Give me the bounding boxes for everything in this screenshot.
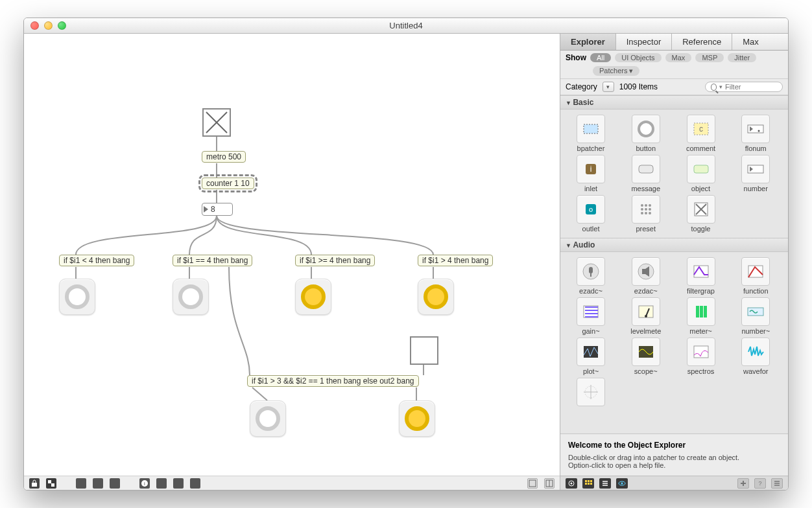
tab-explorer[interactable]: Explorer: [560, 34, 616, 50]
item-comment[interactable]: ccomment: [675, 115, 728, 152]
filter-uiobjects[interactable]: UI Objects: [615, 53, 661, 62]
tab-inspector[interactable]: Inspector: [616, 34, 672, 50]
filter-patchers[interactable]: Patchers: [593, 66, 639, 76]
svg-text:i: i: [590, 165, 592, 174]
search-input[interactable]: [725, 83, 777, 91]
svg-rect-38: [589, 267, 593, 273]
svg-rect-3: [48, 480, 51, 483]
bang-combo-out1[interactable]: [250, 400, 286, 437]
search-field[interactable]: ▾: [705, 82, 783, 92]
if-lt4-object[interactable]: if $i1 < 4 then bang: [59, 255, 134, 266]
bang-lt4[interactable]: [59, 279, 95, 315]
plus-icon[interactable]: [737, 478, 749, 489]
item-inlet[interactable]: iinlet: [564, 155, 617, 192]
bang-gt4[interactable]: [418, 279, 454, 315]
item-extra[interactable]: [564, 378, 617, 408]
svg-point-33: [649, 212, 651, 214]
svg-rect-58: [694, 346, 708, 358]
item-plot[interactable]: plot~: [564, 338, 617, 375]
filter-msp[interactable]: MSP: [695, 53, 724, 62]
presentation-icon[interactable]: [46, 478, 56, 489]
item-waveform[interactable]: wavefor: [729, 338, 782, 375]
svg-point-63: [571, 482, 573, 484]
svg-rect-10: [584, 124, 598, 133]
filter-all[interactable]: All: [590, 53, 611, 62]
section-audio[interactable]: Audio: [560, 238, 788, 252]
number-value: 8: [211, 205, 215, 214]
item-message[interactable]: message: [619, 155, 673, 192]
help-icon[interactable]: ?: [754, 478, 766, 489]
patcher-canvas[interactable]: metro 500 counter 1 10 8 if $i1 < 4 then…: [24, 34, 560, 490]
grid-icon[interactable]: [173, 478, 184, 489]
eye-icon[interactable]: [616, 478, 628, 489]
bang-eq4[interactable]: [173, 279, 209, 315]
svg-rect-69: [590, 483, 592, 485]
filter-max[interactable]: Max: [665, 53, 692, 62]
item-gain[interactable]: gain~: [564, 297, 617, 335]
view-2-icon[interactable]: [544, 478, 555, 489]
app-window: Untitled4: [23, 17, 789, 491]
item-flonum[interactable]: flonum: [729, 115, 782, 152]
item-ezadc[interactable]: ezadc~: [564, 257, 617, 295]
item-numbertilde[interactable]: number~: [729, 297, 782, 335]
svg-point-16: [758, 130, 760, 132]
svg-rect-7: [529, 480, 536, 487]
toolbar-icon-5[interactable]: [190, 478, 200, 489]
item-levelmeter[interactable]: levelmete: [619, 297, 673, 335]
toggle-object[interactable]: [202, 108, 231, 137]
view-1-icon[interactable]: [527, 478, 538, 489]
item-meter[interactable]: meter~: [675, 297, 728, 335]
toolbar-icon-2[interactable]: [93, 478, 103, 489]
toolbar-icon-4[interactable]: [156, 478, 167, 489]
item-bpatcher[interactable]: bpatcher: [564, 115, 617, 152]
toolbar-icon-1[interactable]: [76, 478, 86, 489]
item-outlet[interactable]: ooutlet: [564, 195, 617, 233]
if-ge4-object[interactable]: if $i1 >= 4 then bang: [295, 255, 375, 266]
item-number[interactable]: number: [729, 155, 782, 192]
item-object[interactable]: object: [675, 155, 728, 192]
item-ezdac[interactable]: ezdac~: [619, 257, 673, 295]
menu-icon[interactable]: [771, 478, 783, 489]
item-filtergraph[interactable]: filtergrap: [675, 257, 728, 295]
info-icon[interactable]: i: [139, 478, 150, 489]
svg-rect-64: [585, 480, 587, 482]
show-label: Show: [566, 53, 586, 62]
toolbar-icon-3[interactable]: [110, 478, 120, 489]
svg-point-32: [645, 212, 647, 214]
svg-rect-54: [704, 306, 707, 318]
titlebar[interactable]: Untitled4: [24, 18, 788, 34]
svg-rect-66: [590, 480, 592, 482]
numbox-caret-icon: [204, 206, 208, 213]
tab-reference[interactable]: Reference: [672, 34, 732, 50]
welcome-title: Welcome to the Object Explorer: [568, 441, 780, 450]
section-basic[interactable]: Basic: [560, 95, 788, 110]
bang-combo-out2[interactable]: [399, 400, 435, 437]
if-combo-object[interactable]: if $i1 > 3 && $i2 == 1 then bang else ou…: [247, 375, 419, 387]
if-gt4-object[interactable]: if $i1 > 4 then bang: [418, 255, 493, 266]
tab-max[interactable]: Max: [732, 34, 788, 50]
list-view-icon[interactable]: [599, 478, 611, 489]
item-scope[interactable]: scope~: [619, 338, 673, 375]
item-spectroscope[interactable]: spectros: [675, 338, 728, 375]
patcher-toolbar: i: [24, 476, 560, 490]
item-preset[interactable]: preset: [619, 195, 673, 233]
lock-icon[interactable]: [29, 478, 40, 489]
if-eq4-object[interactable]: if $i1 == 4 then bang: [173, 255, 252, 266]
grid-view-icon[interactable]: [582, 478, 594, 489]
svg-point-74: [621, 482, 623, 484]
metro-object[interactable]: metro 500: [202, 151, 246, 163]
svg-rect-4: [51, 483, 54, 487]
svg-rect-68: [588, 483, 590, 485]
svg-rect-52: [696, 306, 699, 318]
category-dropdown[interactable]: [603, 82, 614, 92]
filter-jitter[interactable]: Jitter: [728, 53, 756, 62]
item-toggle[interactable]: toggle: [675, 195, 728, 233]
item-button[interactable]: button: [619, 115, 673, 152]
item-function[interactable]: function: [729, 257, 782, 295]
bang-ge4[interactable]: [295, 279, 331, 315]
counter-object[interactable]: counter 1 10: [202, 178, 254, 189]
toggle-object-2[interactable]: [410, 336, 438, 365]
svg-rect-20: [694, 165, 708, 173]
gear-icon[interactable]: [566, 478, 577, 489]
number-box[interactable]: 8: [202, 203, 233, 216]
